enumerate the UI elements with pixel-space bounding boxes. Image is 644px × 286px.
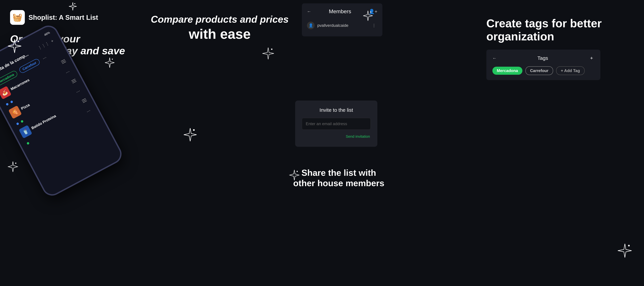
star-decoration-7 xyxy=(288,169,300,181)
dot-green-single xyxy=(26,142,30,145)
dot-blue-3 xyxy=(16,122,19,125)
svg-point-8 xyxy=(370,11,371,13)
tag-carrefour[interactable]: Carrefour xyxy=(526,66,553,75)
logo-icon: 🧺 xyxy=(10,10,25,25)
drag-handle-pizza xyxy=(71,79,77,83)
svg-point-7 xyxy=(628,245,630,247)
member-options-button-0[interactable]: ⋮ xyxy=(371,22,377,28)
svg-point-3 xyxy=(271,49,272,50)
drag-handle-batido xyxy=(82,98,87,103)
dot-blue-2 xyxy=(10,100,13,104)
item-label-pizza: Pizza xyxy=(20,103,30,111)
item-menu-2[interactable]: ⋯ xyxy=(74,87,82,96)
item-img-macarrones: 🍝 xyxy=(0,86,12,99)
item-img-pizza: 🍕 xyxy=(8,105,22,119)
tags-header: ← Tags + xyxy=(492,55,594,62)
svg-point-6 xyxy=(297,171,298,172)
star-decoration-1 xyxy=(68,2,77,11)
star-decoration-3 xyxy=(7,161,19,173)
members-title: Members xyxy=(329,8,351,14)
tags-panel-title: Tags xyxy=(538,55,548,61)
tag-add-new[interactable]: + Add Tag xyxy=(556,66,585,75)
compare-headline: Compare products and prices xyxy=(151,13,289,25)
tags-list: Mercadona Carrefour + Add Tag xyxy=(492,66,594,75)
svg-point-0 xyxy=(74,3,75,4)
invite-panel: Invite to the list Send invitation xyxy=(295,100,377,147)
star-decoration-9 xyxy=(362,10,374,21)
share-headline: Share the list with other house members xyxy=(292,168,386,189)
tags-section: Create tags for better organization ← Ta… xyxy=(486,17,629,80)
member-avatar-0: 👤 xyxy=(307,22,314,29)
item-menu-3[interactable]: ⋯ xyxy=(84,107,93,115)
tag-mercadona[interactable]: Mercadona xyxy=(492,67,522,75)
share-section: Share the list with other house members xyxy=(292,168,386,189)
star-decoration-4 xyxy=(262,47,275,60)
create-tags-title: Create tags for better organization xyxy=(486,17,629,43)
svg-point-2 xyxy=(15,163,16,164)
drag-handle-macarrones xyxy=(61,59,66,64)
star-decoration-8 xyxy=(617,243,632,258)
item-img-batido: 🥤 xyxy=(18,125,32,139)
logo-area: 🧺 Shoplist: A Smart List xyxy=(10,10,134,25)
svg-point-4 xyxy=(112,59,113,60)
star-decoration-6 xyxy=(183,127,198,142)
compare-subline: with ease xyxy=(189,26,250,41)
phone-dots-menu-1[interactable]: ⋯ xyxy=(40,53,49,62)
svg-point-1 xyxy=(18,40,19,42)
tags-sub-panel: ← Tags + Mercadona Carrefour + Add Tag xyxy=(486,50,600,80)
star-decoration-2 xyxy=(7,38,22,54)
send-invitation-button[interactable]: Send invitation xyxy=(302,133,371,140)
dot-green-1 xyxy=(20,120,24,123)
invite-title: Invite to the list xyxy=(302,107,371,113)
tags-add-button[interactable]: + xyxy=(589,55,594,62)
item-menu-1[interactable]: ⋯ xyxy=(64,68,72,76)
member-name-0: pvallverdualcaide xyxy=(317,23,368,28)
tags-back-button[interactable]: ← xyxy=(492,56,497,61)
dot-blue-1 xyxy=(6,103,9,106)
phone-battery: 46% xyxy=(44,31,51,37)
center-left-section: Compare products and prices with ease xyxy=(144,0,295,286)
svg-point-5 xyxy=(193,129,195,131)
email-input[interactable] xyxy=(302,118,371,130)
members-back-button[interactable]: ← xyxy=(307,9,311,14)
logo-title: Shoplist: A Smart List xyxy=(28,14,98,21)
star-decoration-5 xyxy=(104,57,116,68)
